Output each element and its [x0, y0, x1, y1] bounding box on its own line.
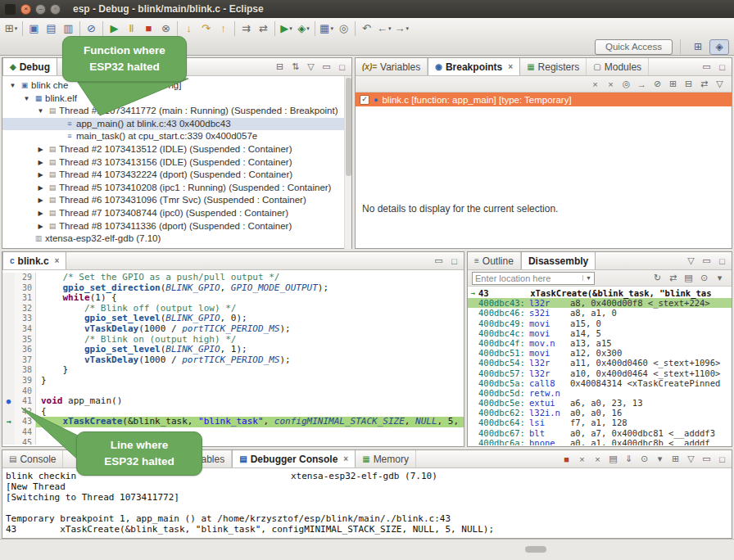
tree-expanded-arrow-icon[interactable]: ▼ — [35, 105, 46, 118]
disassembly-instruction-line[interactable]: 400dbc54:l32ra11, 0x400d0460 <_stext+109… — [468, 358, 732, 368]
tree-item-thread-5[interactable]: ▶▤Thread #5 1073410208 (ipc1 : Running) … — [2, 182, 351, 195]
breakpoint-entry-row[interactable]: ✓ ● blink.c [function: app_main] [type: … — [356, 93, 732, 106]
disassembly-instruction-line[interactable]: 400dbc67:blta0, a7, 0x400dbc81 <__adddf3 — [468, 428, 732, 438]
line-number[interactable]: 40 — [15, 386, 36, 397]
disassembly-instruction-line[interactable]: 400dbc4f:mov.na13, a15 — [468, 338, 732, 348]
scrollbar-thumb[interactable] — [346, 78, 351, 176]
editor-line[interactable]: 45 — [2, 438, 464, 445]
filter-threads-button[interactable]: ⇅ — [288, 61, 302, 74]
line-number[interactable]: 34 — [15, 324, 36, 335]
instruction-stepping-button[interactable]: ⇉ — [238, 20, 255, 37]
disassembly-instruction-line[interactable]: 400dbc5a:call80x40084314 <xTaskCreatePin… — [468, 378, 732, 388]
tree-collapsed-arrow-icon[interactable]: ▶ — [35, 207, 46, 220]
maximize-button[interactable]: □ — [715, 255, 729, 268]
line-number[interactable]: 43 — [15, 417, 36, 427]
save-all-button[interactable]: ▤ — [43, 20, 60, 37]
pin-console-button[interactable]: ⊙ — [637, 453, 651, 466]
line-number[interactable]: 36 — [15, 345, 36, 355]
line-number[interactable]: 44 — [15, 427, 36, 438]
disassembly-instruction-line[interactable]: 400dbc43:l32ra8, 0x400d00f8 <_stext+224> — [468, 298, 732, 308]
minimize-button[interactable]: ▭ — [319, 61, 333, 74]
tab-debugger-console[interactable]: ▤Debugger Console× — [232, 450, 356, 467]
minimize-button[interactable]: ▭ — [432, 255, 446, 268]
open-perspective-button[interactable]: ⊞ — [688, 39, 708, 55]
view-menu-button[interactable]: ▽ — [684, 453, 698, 466]
quick-access-button[interactable]: Quick Access — [595, 39, 673, 55]
display-selected-console-button[interactable]: ▾ — [653, 453, 667, 466]
collapse-all-button[interactable]: ⊟ — [682, 78, 695, 91]
step-return-button[interactable]: ↑ — [215, 20, 232, 37]
tab-close-icon[interactable]: × — [508, 62, 513, 71]
tab-variables[interactable]: (x)=Variables — [356, 58, 428, 75]
remove-launch-button[interactable]: × — [575, 453, 589, 466]
tab-memory[interactable]: ▦Memory — [356, 450, 416, 467]
disassembly-instruction-line[interactable]: 400dbc57:l32ra10, 0x400d0464 <_stext+110… — [468, 368, 732, 378]
tab-close-icon[interactable]: × — [55, 256, 60, 265]
editor-line[interactable]: 39} — [2, 376, 464, 386]
expand-all-button[interactable]: ⊞ — [666, 78, 680, 91]
line-number[interactable]: 45 — [15, 438, 36, 445]
tab-close-icon[interactable]: × — [343, 454, 348, 463]
debug-button[interactable]: ◈▾ — [295, 20, 312, 37]
go-to-file-for-breakpoint-button[interactable]: → — [635, 78, 649, 91]
remove-all-breakpoints-button[interactable]: × — [604, 78, 618, 91]
collapse-all-button[interactable]: ⊟ — [273, 61, 287, 74]
breakpoint-enabled-checkbox[interactable]: ✓ — [360, 95, 369, 105]
tree-collapsed-arrow-icon[interactable]: ▶ — [35, 194, 46, 207]
remove-breakpoint-button[interactable]: × — [588, 78, 602, 91]
minimize-button[interactable]: ▭ — [700, 255, 714, 268]
line-number[interactable]: 38 — [15, 365, 36, 376]
debug-scrollbar[interactable] — [344, 76, 351, 249]
remove-all-terminated-button[interactable]: × — [591, 453, 605, 466]
line-number[interactable]: 39 — [15, 376, 36, 386]
new-c-cpp-button[interactable]: ▦▾ — [318, 20, 335, 37]
scroll-lock-button[interactable]: ⇓ — [622, 453, 636, 466]
window-minimize-button[interactable]: – — [35, 4, 46, 15]
terminate-button[interactable]: ■ — [140, 20, 157, 37]
tree-item-frame-main-task[interactable]: ≡main_task() at cpu_start.c:339 0x400d05… — [2, 130, 351, 143]
tab-blink-c[interactable]: cblink.c× — [2, 252, 66, 269]
editor-line[interactable]: →43 xTaskCreate(&blink_task, "blink_task… — [2, 417, 464, 427]
step-into-button[interactable]: ↓ — [180, 20, 197, 37]
suspend-button[interactable]: Ⅱ — [123, 20, 140, 37]
forward-button[interactable]: →▾ — [393, 20, 411, 37]
code-editor[interactable]: 29 /* Set the GPIO as a push/pull output… — [2, 270, 464, 445]
resume-button[interactable]: ▶ — [106, 20, 123, 37]
tree-collapsed-arrow-icon[interactable]: ▶ — [35, 156, 46, 169]
tree-item-thread-1[interactable]: ▼▤Thread #1 1073411772 (main : Running) … — [2, 105, 351, 118]
line-number[interactable]: 29 — [15, 273, 36, 283]
tree-item-thread-2[interactable]: ▶▤Thread #2 1073413512 (IDLE) (Suspended… — [2, 143, 351, 156]
last-edit-location-button[interactable]: ↶ — [358, 20, 375, 37]
disassembly-instruction-line[interactable]: 400dbc64:lsif7, a1, 128 — [468, 418, 732, 427]
debug-perspective-button[interactable]: ◈ — [709, 39, 729, 55]
disassembly-instruction-line[interactable]: 400dbc51:movia12, 0x300 — [468, 348, 732, 358]
line-number[interactable]: 33 — [15, 314, 36, 324]
minimize-button[interactable]: ▭ — [700, 453, 714, 466]
tab-console[interactable]: ▤Console — [2, 450, 63, 467]
disassembly-instruction-line[interactable]: 400dbc49:movia15, 0 — [468, 318, 732, 328]
maximize-button[interactable]: □ — [715, 453, 729, 466]
window-menu-icon[interactable] — [5, 4, 16, 15]
tab-disassembly[interactable]: Disassembly — [521, 252, 596, 269]
line-number[interactable]: 41 — [15, 396, 36, 407]
disassembly-instruction-line[interactable]: 400dbc4c:movia14, 5 — [468, 328, 732, 338]
tree-item-thread-7[interactable]: ▶▤Thread #7 1073408744 (ipc0) (Suspended… — [2, 207, 351, 220]
disassembly-instruction-line[interactable]: 400dbc46:s32ia8, a1, 0 — [468, 308, 732, 318]
editor-line[interactable]: 38 } — [2, 365, 464, 376]
new-wizard-button[interactable]: ⊞▾ — [2, 20, 20, 37]
tab-registers[interactable]: ▦Registers — [520, 58, 587, 75]
combo-menu-button[interactable]: ▾ — [713, 272, 727, 285]
tree-collapsed-arrow-icon[interactable]: ▶ — [35, 182, 46, 195]
step-over-button[interactable]: ↷ — [197, 20, 215, 37]
debug-tree[interactable]: ▼▣blink cheng]▼▦blink.elf▼▤Thread #1 107… — [2, 76, 351, 246]
run-button[interactable]: ▶▾ — [278, 20, 295, 37]
open-console-button[interactable]: ⊞ — [668, 453, 682, 466]
horizontal-scrollbar-thumb[interactable] — [525, 546, 546, 553]
window-maximize-button[interactable]: ▫ — [50, 4, 61, 15]
line-number[interactable]: 30 — [15, 283, 36, 294]
disassembly-instruction-line[interactable]: 400dbc6a:bnonea0, a1, 0x400dbc8b <__addd… — [468, 438, 732, 445]
tree-item-thread-6[interactable]: ▶▤Thread #6 1073431096 (Tmr Svc) (Suspen… — [2, 194, 351, 207]
view-menu-button[interactable]: ▽ — [304, 61, 318, 74]
back-button[interactable]: ←▾ — [375, 20, 393, 37]
disassembly-source-line[interactable]: →43 xTaskCreate(&blink_task, "blink_tas — [468, 288, 732, 298]
